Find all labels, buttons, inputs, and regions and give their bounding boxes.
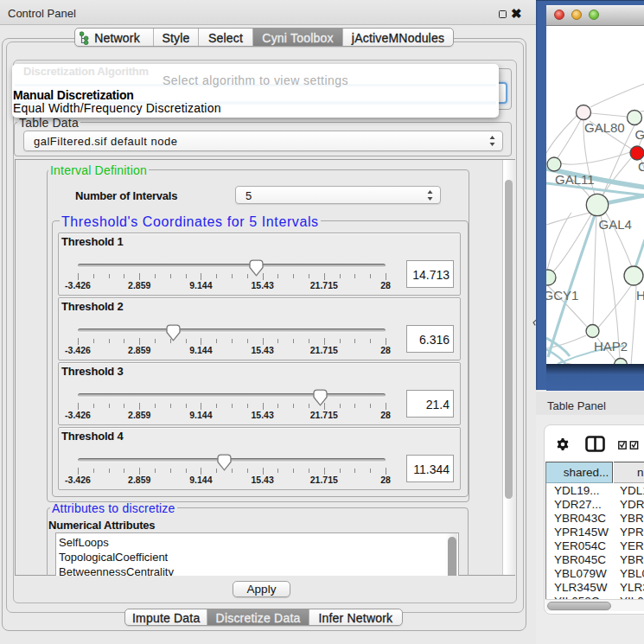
svg-text:GA: GA: [635, 127, 644, 142]
svg-text:GAL11: GAL11: [555, 172, 595, 187]
svg-text:C: C: [638, 159, 644, 174]
svg-text:GCY1: GCY1: [546, 288, 578, 303]
svg-text:GAL80: GAL80: [584, 120, 625, 135]
svg-text:H: H: [636, 288, 644, 303]
svg-text:HAP2: HAP2: [594, 339, 628, 354]
svg-text:GAL4: GAL4: [599, 217, 632, 232]
